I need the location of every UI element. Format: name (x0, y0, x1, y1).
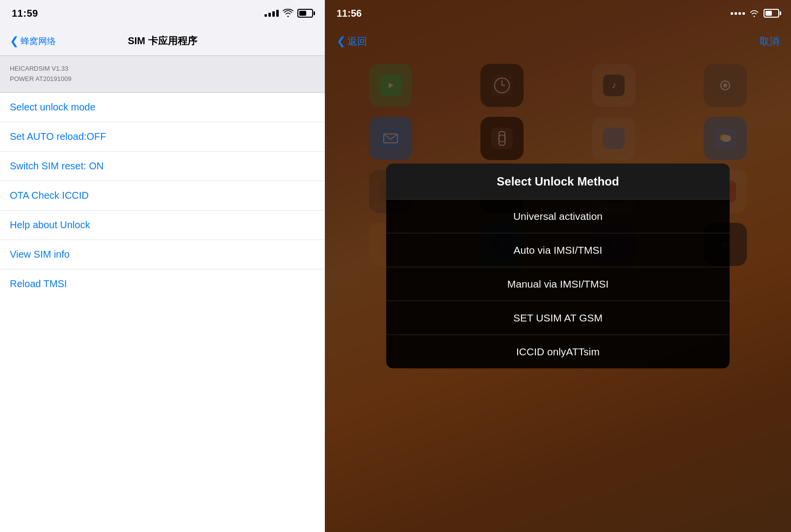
unlock-item-label-universal-activation: Universal activation (513, 211, 603, 222)
nav-cancel-button-right[interactable]: 取消 (760, 35, 779, 48)
nav-back-button-right[interactable]: ❮ 返回 (337, 35, 367, 48)
nav-back-label-right[interactable]: 返回 (347, 35, 367, 48)
unlock-item-iccid-only-attsim[interactable]: ICCID onlyATTsim (386, 335, 730, 369)
unlock-item-manual-imsi-tmsi[interactable]: Manual via IMSI/TMSI (386, 267, 730, 301)
chevron-left-icon-right: ❮ (337, 35, 345, 48)
menu-item-set-auto-reload[interactable]: Set AUTO reload:OFF (0, 122, 325, 152)
signal-dot-3 (272, 11, 275, 17)
nav-back-button-left[interactable]: ❮ 蜂窝网络 (10, 35, 56, 47)
battery-icon-left (297, 9, 313, 18)
menu-item-label-switch-sim-reset: Switch SIM reset: ON (10, 160, 104, 171)
menu-item-label-view-sim-info: View SIM info (10, 249, 70, 260)
unlock-item-label-manual-imsi-tmsi: Manual via IMSI/TMSI (507, 278, 609, 290)
battery-icon-right (764, 9, 779, 18)
time-left: 11:59 (12, 8, 38, 19)
signal-dot-r4 (742, 12, 745, 15)
nav-bar-left: ❮ 蜂窝网络 SIM 卡应用程序 (0, 27, 325, 56)
status-icons-left (264, 9, 313, 18)
unlock-popup-header: Select Unlock Method (386, 164, 730, 200)
menu-item-label-reload-tmsi: Reload TMSI (10, 278, 67, 289)
signal-dots-right (731, 12, 745, 15)
left-panel: 11:59 ❮ 蜂窝网络 SIM 卡应用程序 (0, 0, 325, 532)
device-info-section: HEICARDSIM V1.33 POWER AT20191009 (0, 56, 325, 93)
time-right: 11:56 (337, 8, 362, 19)
signal-dots-left (264, 10, 279, 17)
unlock-method-popup: Select Unlock Method Universal activatio… (386, 164, 730, 369)
wifi-icon-left (283, 9, 293, 18)
menu-item-view-sim-info[interactable]: View SIM info (0, 240, 325, 269)
unlock-item-label-iccid-only-attsim: ICCID onlyATTsim (516, 346, 600, 357)
nav-title-left: SIM 卡应用程序 (128, 34, 197, 48)
unlock-item-label-set-usim-at-gsm: SET USIM AT GSM (513, 312, 603, 323)
status-icons-right (731, 9, 779, 18)
unlock-item-label-auto-imsi-tmsi: Auto via IMSI/TMSI (514, 244, 603, 256)
menu-item-label-select-unlock-mode: Select unlock mode (10, 102, 96, 112)
menu-item-switch-sim-reset[interactable]: Switch SIM reset: ON (0, 152, 325, 181)
menu-item-reload-tmsi[interactable]: Reload TMSI (0, 269, 325, 298)
signal-dot-1 (264, 14, 267, 17)
signal-dot-r1 (731, 12, 733, 15)
status-bar-right: 11:56 (325, 0, 791, 27)
signal-dot-r2 (735, 12, 737, 15)
menu-item-help-about-unlock[interactable]: Help about Unlock (0, 211, 325, 240)
device-info-line2: POWER AT20191009 (10, 74, 315, 84)
menu-list: Select unlock mode Set AUTO reload:OFF S… (0, 93, 325, 532)
signal-dot-r3 (738, 12, 741, 15)
unlock-item-set-usim-at-gsm[interactable]: SET USIM AT GSM (386, 301, 730, 335)
nav-bar-right: ❮ 返回 取消 (325, 27, 791, 56)
battery-fill-left (299, 11, 306, 16)
menu-item-ota-check-iccid[interactable]: OTA Check ICCID (0, 181, 325, 211)
device-info-line1: HEICARDSIM V1.33 (10, 64, 315, 74)
unlock-popup-title: Select Unlock Method (497, 175, 619, 188)
battery-fill-right (765, 11, 772, 16)
signal-dot-4 (276, 10, 279, 17)
unlock-item-universal-activation[interactable]: Universal activation (386, 200, 730, 234)
status-bar-left: 11:59 (0, 0, 325, 27)
right-panel: ♪ N (325, 0, 791, 532)
wifi-icon-right (749, 9, 760, 18)
signal-dot-2 (268, 13, 271, 17)
menu-item-label-ota-check-iccid: OTA Check ICCID (10, 190, 89, 201)
unlock-item-auto-imsi-tmsi[interactable]: Auto via IMSI/TMSI (386, 234, 730, 267)
nav-back-label-left[interactable]: 蜂窝网络 (21, 35, 56, 47)
chevron-left-icon: ❮ (10, 36, 19, 47)
menu-item-label-set-auto-reload: Set AUTO reload:OFF (10, 131, 106, 142)
menu-item-select-unlock-mode[interactable]: Select unlock mode (0, 93, 325, 122)
menu-item-label-help-about-unlock: Help about Unlock (10, 219, 90, 230)
